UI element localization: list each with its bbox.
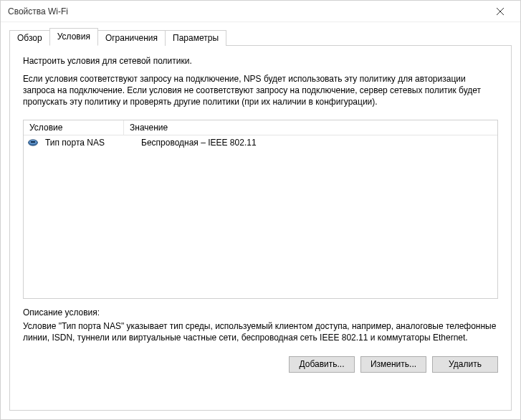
list-header: Условие Значение [24,120,497,135]
nas-port-icon [27,138,39,148]
close-icon [497,8,504,15]
svg-rect-4 [31,141,35,143]
intro-text: Настроить условия для сетевой политики. [23,56,498,66]
tab-conditions[interactable]: Условия [49,28,98,46]
titlebar: Свойства Wi-Fi [1,1,520,22]
tab-panel-conditions: Настроить условия для сетевой политики. … [9,45,512,411]
condition-description-text: Условие "Тип порта NAS" указывает тип ср… [23,320,498,343]
tab-strip: Обзор Условия Ограничения Параметры [9,28,512,46]
condition-description-heading: Описание условия: [23,307,498,318]
description-text: Если условия соответствуют запросу на по… [23,73,498,108]
remove-button[interactable]: Удалить [432,356,498,373]
tab-overview[interactable]: Обзор [9,30,50,46]
tab-settings[interactable]: Параметры [165,30,226,46]
dialog-body: Обзор Условия Ограничения Параметры Наст… [1,22,520,419]
tab-restrictions[interactable]: Ограничения [97,30,166,46]
properties-dialog: Свойства Wi-Fi Обзор Условия Ограничения… [0,0,521,420]
col-header-value[interactable]: Значение [124,120,497,135]
list-item[interactable]: Тип порта NAS Беспроводная – IEEE 802.11 [24,135,497,150]
col-header-condition[interactable]: Условие [24,120,124,135]
conditions-list[interactable]: Условие Значение Тип порта NAS Беспровод… [23,120,498,299]
condition-description: Описание условия: Условие "Тип порта NAS… [23,307,498,343]
cell-value: Беспроводная – IEEE 802.11 [137,137,494,148]
action-buttons: Добавить... Изменить... Удалить [23,356,498,373]
window-title: Свойства Wi-Fi [8,6,486,16]
cell-condition: Тип порта NAS [41,137,137,148]
add-button[interactable]: Добавить... [289,356,355,373]
close-button[interactable] [486,1,515,22]
edit-button[interactable]: Изменить... [360,356,426,373]
